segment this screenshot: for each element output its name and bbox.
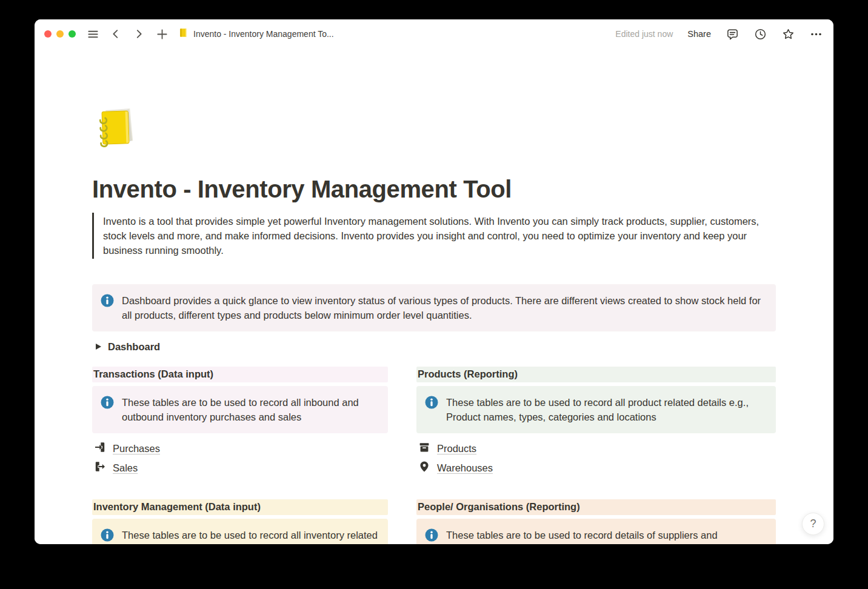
section-callout-text: These tables are to be used to record al… <box>122 395 378 424</box>
zoom-window-button[interactable] <box>68 30 76 38</box>
close-window-button[interactable] <box>44 30 52 38</box>
enter-door-icon <box>94 441 106 456</box>
section-heading: Transactions (Data input) <box>92 367 388 382</box>
section-products: Products (Reporting) These tables are to… <box>416 367 776 478</box>
link-label: Sales <box>113 462 138 474</box>
section-callout-text: These tables are to be used to record al… <box>122 528 378 544</box>
section-inventory-management: Inventory Management (Data input) These … <box>92 499 388 544</box>
dashboard-toggle-label: Dashboard <box>108 341 160 353</box>
history-icon[interactable] <box>753 27 767 41</box>
titlebar: Invento - Inventory Management To... Edi… <box>35 19 833 48</box>
info-icon <box>425 528 438 544</box>
page-icon-notebook[interactable] <box>92 104 138 150</box>
back-icon[interactable] <box>109 27 123 41</box>
section-callout: These tables are to be used to record al… <box>92 519 388 544</box>
section-callout-text: These tables are to be used to record de… <box>446 528 766 544</box>
link-products[interactable]: Products <box>416 439 776 458</box>
section-heading: Inventory Management (Data input) <box>92 499 388 515</box>
dashboard-toggle[interactable]: Dashboard <box>92 338 776 356</box>
forward-icon[interactable] <box>132 27 146 41</box>
section-heading-text: Transactions (Data input) <box>93 368 213 379</box>
section-callout: These tables are to be used to record al… <box>416 386 776 433</box>
tab-title: Invento - Inventory Management To... <box>193 29 334 39</box>
traffic-lights <box>44 30 76 38</box>
section-heading: People/ Organisations (Reporting) <box>416 499 776 515</box>
section-heading-text: People/ Organisations (Reporting) <box>418 501 580 512</box>
new-tab-icon[interactable] <box>155 27 169 41</box>
dashboard-callout-text: Dashboard provides a quick glance to vie… <box>122 293 766 322</box>
section-people-organisations: People/ Organisations (Reporting) These … <box>416 499 776 544</box>
section-callout: These tables are to be used to record de… <box>416 519 776 544</box>
sidebar-menu-icon[interactable] <box>85 27 100 41</box>
minimize-window-button[interactable] <box>56 30 64 38</box>
exit-door-icon <box>94 461 106 475</box>
link-label: Warehouses <box>437 462 493 474</box>
archive-box-icon <box>418 441 430 456</box>
notebook-tab-icon <box>178 27 189 41</box>
link-label: Products <box>437 443 476 454</box>
dashboard-callout: Dashboard provides a quick glance to vie… <box>92 284 776 331</box>
page-scroll-area[interactable]: Invento - Inventory Management Tool Inve… <box>35 48 833 544</box>
favorite-star-icon[interactable] <box>781 27 795 41</box>
section-callout: These tables are to be used to record al… <box>92 386 388 433</box>
info-icon <box>101 294 114 322</box>
link-sales[interactable]: Sales <box>92 458 388 478</box>
link-label: Purchases <box>113 443 160 454</box>
intro-quote: Invento is a tool that provides simple y… <box>92 213 776 259</box>
section-callout-text: These tables are to be used to record al… <box>446 395 766 424</box>
location-pin-icon <box>418 461 430 475</box>
section-heading: Products (Reporting) <box>416 367 776 382</box>
section-heading-text: Inventory Management (Data input) <box>93 501 261 512</box>
active-tab[interactable]: Invento - Inventory Management To... <box>178 27 334 41</box>
toggle-arrow-icon[interactable] <box>96 344 101 350</box>
link-purchases[interactable]: Purchases <box>92 439 388 458</box>
help-button[interactable]: ? <box>802 513 824 535</box>
comments-icon[interactable] <box>726 27 739 41</box>
info-icon <box>101 396 114 424</box>
edited-status: Edited just now <box>615 29 673 39</box>
app-window: Invento - Inventory Management To... Edi… <box>35 19 833 544</box>
info-icon <box>425 396 438 424</box>
info-icon <box>101 528 114 544</box>
page-title: Invento - Inventory Management Tool <box>92 176 776 203</box>
section-heading-text: Products (Reporting) <box>418 368 518 379</box>
section-transactions: Transactions (Data input) These tables a… <box>92 367 388 478</box>
link-warehouses[interactable]: Warehouses <box>416 458 776 478</box>
share-button[interactable]: Share <box>687 29 711 39</box>
more-options-icon[interactable] <box>809 27 823 41</box>
